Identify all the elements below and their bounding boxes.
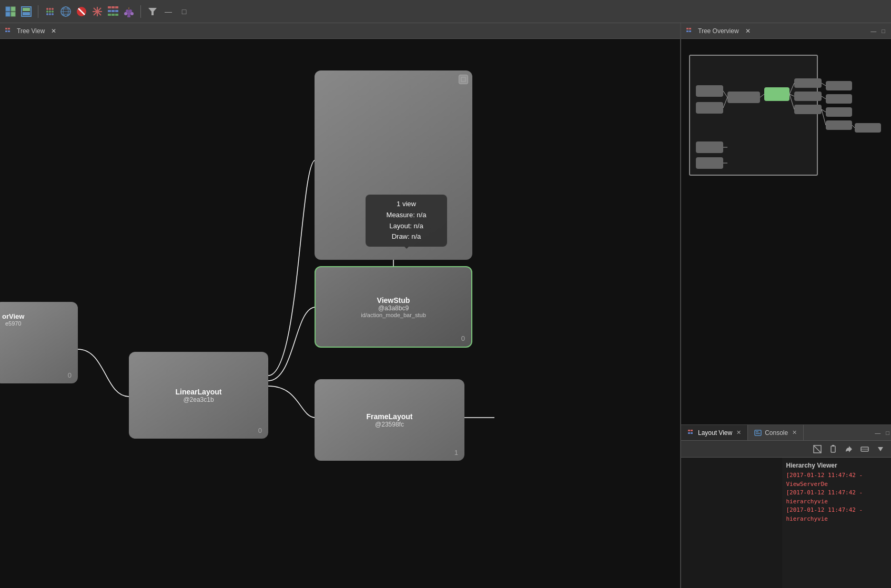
- bt-icon-1[interactable]: [811, 443, 824, 455]
- overview-canvas[interactable]: [681, 39, 891, 424]
- console-tab[interactable]: Console ✕: [748, 425, 804, 440]
- tree-view-panel: Tree View ✕ or: [0, 23, 681, 588]
- frame-layout-node[interactable]: FrameLayout @23598fc 1: [315, 379, 464, 461]
- svg-point-14: [49, 13, 51, 15]
- bottom-content: Hierarchy Viewer [2017-01-12 11:47:42 - …: [681, 458, 891, 588]
- tree-canvas[interactable]: orView e5970 0 LinearLayout @2ea3c1b 0: [0, 39, 680, 588]
- bottom-panel-controls: — □: [873, 430, 891, 436]
- svg-rect-31: [112, 10, 115, 12]
- top-gray-corner-btn[interactable]: [459, 75, 468, 84]
- partial-node-title: orView: [2, 312, 24, 320]
- svg-point-41: [127, 15, 130, 17]
- svg-point-8: [49, 8, 51, 10]
- bottom-minimize-btn[interactable]: —: [873, 430, 882, 436]
- svg-rect-68: [688, 432, 690, 434]
- svg-line-61: [822, 109, 826, 112]
- layout-toggle-icon[interactable]: [20, 5, 33, 18]
- view-stub-node[interactable]: ViewStub @a3a8bc9 id/action_mode_bar_stu…: [315, 266, 472, 348]
- tree-view-panel-icon: [4, 27, 13, 35]
- grid-icon[interactable]: [4, 5, 17, 18]
- mini-node-r8: [855, 123, 881, 133]
- mini-node-b2: [696, 157, 723, 169]
- bt-icon-2[interactable]: [827, 443, 839, 455]
- overview-maximize-btn[interactable]: □: [880, 28, 887, 34]
- console-area: Hierarchy Viewer [2017-01-12 11:47:42 - …: [782, 458, 892, 588]
- svg-rect-70: [755, 430, 761, 435]
- tree-overview-panel-icon: [685, 27, 694, 35]
- mini-node-r6: [826, 107, 852, 117]
- svg-rect-67: [691, 430, 693, 431]
- mini-node-r3: [794, 105, 822, 114]
- view-stub-id: @a3a8bc9: [378, 305, 409, 312]
- tooltip-line4: Draw: n/a: [373, 231, 440, 242]
- svg-rect-34: [112, 14, 115, 16]
- svg-rect-2: [6, 12, 10, 16]
- overview-minimize-btn[interactable]: —: [869, 28, 878, 34]
- right-panel: Tree Overview ✕ — □: [681, 23, 891, 588]
- mini-node-1: [696, 85, 723, 97]
- tree-overview-close[interactable]: ✕: [745, 27, 751, 35]
- console-title: Hierarchy Viewer: [786, 462, 887, 469]
- console-tab-label: Console: [765, 429, 788, 437]
- bottom-right-panel: Layout View ✕ Console ✕ — □: [681, 425, 891, 588]
- bottom-maximize-btn[interactable]: □: [884, 430, 891, 436]
- svg-rect-66: [688, 430, 690, 431]
- stop-icon[interactable]: [75, 5, 88, 18]
- snowflake-icon[interactable]: [91, 5, 104, 18]
- bt-icon-4[interactable]: [858, 443, 871, 455]
- grapes-icon[interactable]: [123, 5, 135, 18]
- partial-left-node[interactable]: orView e5970 0: [0, 302, 78, 383]
- svg-point-39: [124, 12, 127, 15]
- linear-layout-title: LinearLayout: [176, 388, 222, 396]
- frame-layout-id: @23598fc: [375, 421, 404, 428]
- svg-rect-6: [23, 12, 30, 15]
- frame-layout-title: FrameLayout: [367, 412, 413, 421]
- minimize-toolbar-icon[interactable]: —: [162, 5, 175, 18]
- mini-node-2: [696, 102, 723, 114]
- view-stub-resource: id/action_mode_bar_stub: [361, 312, 426, 318]
- tooltip-line2: Measure: n/a: [373, 210, 440, 221]
- mini-node-selected: [764, 87, 789, 101]
- mini-node-r4: [826, 81, 852, 90]
- svg-rect-48: [461, 77, 465, 82]
- mini-node-3: [727, 92, 760, 103]
- svg-rect-27: [108, 6, 111, 8]
- svg-marker-79: [878, 447, 883, 451]
- tree-dots-icon[interactable]: [44, 5, 56, 18]
- layout-view-tab[interactable]: Layout View ✕: [681, 425, 748, 440]
- maximize-toolbar-icon[interactable]: □: [178, 5, 190, 18]
- view-stub-count: 0: [461, 334, 465, 342]
- globe-icon[interactable]: [59, 5, 72, 18]
- bt-icon-3[interactable]: [843, 443, 855, 455]
- view-stub-title: ViewStub: [377, 296, 410, 305]
- svg-rect-69: [691, 432, 693, 434]
- svg-rect-29: [115, 6, 118, 8]
- svg-point-37: [129, 9, 132, 13]
- layout-view-tab-label: Layout View: [698, 429, 732, 437]
- main-container: Tree View ✕ or: [0, 23, 891, 588]
- tree-view-header: Tree View ✕: [0, 23, 680, 39]
- console-tab-icon: [754, 430, 762, 436]
- svg-point-10: [46, 11, 48, 13]
- svg-rect-49: [686, 28, 688, 29]
- linear-layout-count: 0: [258, 427, 262, 434]
- tree-overview-controls: — □: [869, 28, 887, 34]
- svg-marker-43: [148, 8, 157, 15]
- console-tab-close[interactable]: ✕: [792, 429, 797, 436]
- tree-view-close[interactable]: ✕: [51, 27, 56, 35]
- layout-view-area: [681, 458, 782, 588]
- layout-view-tab-close[interactable]: ✕: [736, 429, 741, 436]
- mini-node-r7: [826, 120, 852, 130]
- hierarchy-icon[interactable]: [107, 5, 119, 18]
- linear-layout-node[interactable]: LinearLayout @2ea3c1b 0: [129, 352, 268, 439]
- toolbar-left: — □: [0, 5, 891, 18]
- partial-node-count: 0: [68, 371, 72, 379]
- separator-2: [140, 5, 141, 18]
- main-toolbar: — □: [0, 0, 891, 23]
- svg-rect-45: [8, 28, 10, 29]
- filter-icon[interactable]: [146, 5, 159, 18]
- linear-layout-id: @2ea3c1b: [183, 396, 214, 403]
- svg-rect-52: [689, 31, 691, 32]
- bt-icon-5[interactable]: [874, 443, 887, 455]
- mini-node-r5: [826, 94, 852, 104]
